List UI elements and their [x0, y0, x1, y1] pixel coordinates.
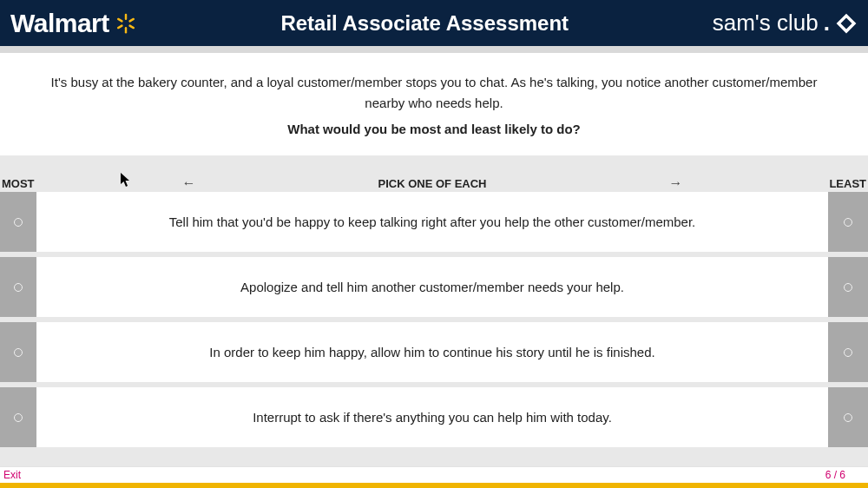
most-radio[interactable] [0, 257, 36, 317]
column-center-label: PICK ONE OF EACH [378, 177, 487, 190]
option-row: In order to keep him happy, allow him to… [0, 322, 868, 382]
exit-link[interactable]: Exit [3, 469, 21, 481]
least-radio[interactable] [828, 322, 868, 382]
column-headers: MOST ← PICK ONE OF EACH → LEAST [0, 175, 868, 192]
spacer [0, 155, 868, 175]
header-bar: Walmart Retail Associate Assessment sam'… [0, 0, 868, 46]
least-radio[interactable] [828, 387, 868, 447]
column-least-label: LEAST [828, 177, 868, 190]
walmart-logo-text: Walmart [10, 9, 109, 38]
svg-rect-1 [125, 27, 127, 33]
most-radio[interactable] [0, 192, 36, 252]
walmart-brand: Walmart [10, 9, 137, 38]
diamond-icon [835, 12, 858, 35]
progress-bar [0, 483, 868, 488]
most-radio[interactable] [0, 322, 36, 382]
option-row: Tell him that you'd be happy to keep tal… [0, 192, 868, 252]
arrow-left-icon: ← [182, 175, 196, 191]
scenario-panel: It's busy at the bakery counter, and a l… [0, 53, 868, 155]
arrow-right-icon: → [668, 175, 682, 191]
svg-rect-0 [125, 13, 127, 19]
option-text: Apologize and tell him another customer/… [36, 257, 828, 317]
spark-icon [115, 12, 137, 35]
sams-club-dot: . [824, 10, 830, 36]
svg-rect-4 [116, 17, 123, 23]
sams-club-text: sam's club [713, 10, 819, 36]
footer: Exit 6 / 6 [0, 466, 868, 488]
header-strip [0, 46, 868, 53]
column-center: ← PICK ONE OF EACH → [36, 175, 828, 191]
option-rows: Tell him that you'd be happy to keep tal… [0, 192, 868, 447]
scenario-question: What would you be most and least likely … [43, 119, 825, 140]
svg-rect-5 [128, 23, 135, 29]
option-text: Interrupt to ask if there's anything you… [36, 387, 828, 447]
least-radio[interactable] [828, 192, 868, 252]
svg-rect-3 [116, 23, 123, 29]
option-text: Tell him that you'd be happy to keep tal… [36, 192, 828, 252]
scenario-text: It's busy at the bakery counter, and a l… [43, 72, 825, 114]
option-row: Interrupt to ask if there's anything you… [0, 387, 868, 447]
least-radio[interactable] [828, 257, 868, 317]
most-radio[interactable] [0, 387, 36, 447]
svg-rect-2 [128, 17, 135, 23]
column-most-label: MOST [0, 177, 36, 190]
page-indicator: 6 / 6 [825, 469, 865, 481]
option-row: Apologize and tell him another customer/… [0, 257, 868, 317]
page-title: Retail Associate Assessment [137, 11, 713, 36]
sams-club-brand: sam's club. [713, 10, 858, 36]
option-text: In order to keep him happy, allow him to… [36, 322, 828, 382]
